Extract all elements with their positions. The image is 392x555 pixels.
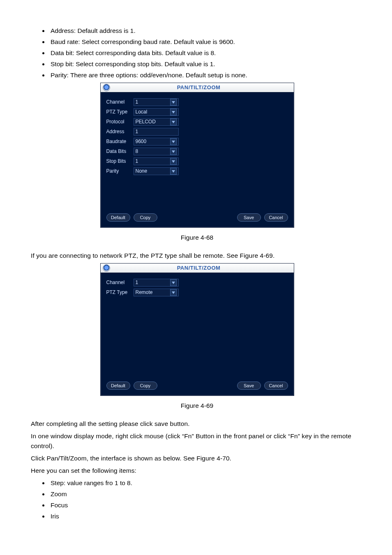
chevron-down-icon [170, 138, 177, 145]
baudrate-select[interactable]: 9600 [134, 138, 179, 146]
paragraph: Click Pan/Tilt/Zoom, the interface is sh… [31, 453, 363, 463]
dialog-titlebar: PAN/TILT/ZOOM [101, 83, 294, 92]
list-item: Stop bit: Select corresponding stop bits… [49, 59, 363, 69]
bottom-bullet-list: Step: value ranges fro 1 to 8. Zoom Focu… [31, 478, 363, 521]
protocol-label: Protocol [106, 118, 134, 126]
cancel-button[interactable]: Cancel [264, 382, 288, 390]
chevron-down-icon [170, 118, 177, 125]
list-item: Iris [49, 511, 363, 521]
paragraph: After completing all the setting please … [31, 419, 363, 429]
paragraph: Here you can set the following items: [31, 466, 363, 476]
list-item: Step: value ranges fro 1 to 8. [49, 478, 363, 488]
ptz-icon [103, 264, 110, 272]
chevron-down-icon [170, 289, 177, 296]
paragraph: In one window display mode, right click … [31, 431, 363, 451]
ptztype-label: PTZ Type [106, 289, 134, 296]
svg-marker-6 [172, 170, 175, 173]
list-item: Zoom [49, 489, 363, 499]
channel-select[interactable]: 1 [134, 98, 179, 106]
cancel-button[interactable]: Cancel [264, 213, 288, 222]
svg-marker-7 [172, 282, 175, 284]
baudrate-label: Baudrate [106, 138, 134, 146]
list-item: Address: Default address is 1. [49, 26, 363, 36]
databits-label: Data Bits [106, 148, 134, 155]
ptz-icon [103, 84, 110, 91]
stopbits-select[interactable]: 1 [134, 157, 179, 165]
chevron-down-icon [170, 279, 177, 286]
default-button[interactable]: Default [106, 382, 130, 390]
chevron-down-icon [170, 158, 177, 165]
chevron-down-icon [170, 148, 177, 155]
svg-marker-8 [172, 291, 175, 294]
parity-label: Parity [106, 167, 134, 175]
document-page: Address: Default address is 1. Baud rate… [0, 0, 392, 555]
chevron-down-icon [170, 168, 177, 175]
dialog-title-text: PAN/TILT/ZOOM [112, 83, 294, 92]
protocol-select[interactable]: PELCOD [134, 118, 179, 126]
dialog-titlebar: PAN/TILT/ZOOM [101, 264, 294, 273]
list-item: Baud rate: Select corresponding baud rat… [49, 37, 363, 47]
copy-button[interactable]: Copy [134, 213, 157, 222]
save-button[interactable]: Save [237, 382, 261, 390]
dialog-title-text: PAN/TILT/ZOOM [112, 264, 294, 272]
databits-select[interactable]: 8 [134, 148, 179, 155]
svg-marker-0 [172, 101, 175, 104]
channel-select[interactable]: 1 [134, 279, 179, 287]
dialog-body: Channel 1 PTZ Type Remote [101, 273, 294, 379]
dialog-body: Channel 1 PTZ Type Local Protocol PELCOD [101, 92, 294, 211]
svg-marker-5 [172, 160, 175, 163]
ptz-dialog-remote: PAN/TILT/ZOOM Channel 1 PTZ Type Remote … [100, 263, 294, 396]
svg-marker-3 [172, 141, 175, 143]
channel-label: Channel [106, 98, 134, 106]
ptztype-select[interactable]: Remote [134, 289, 179, 296]
figure-caption-2: Figure 4-69 [31, 401, 363, 411]
parity-select[interactable]: None [134, 167, 179, 175]
ptztype-label: PTZ Type [106, 108, 134, 116]
address-field[interactable]: 1 [134, 128, 179, 136]
mid-paragraph: If you are connecting to network PTZ, th… [31, 251, 363, 261]
stopbits-label: Stop Bits [106, 157, 134, 165]
svg-marker-4 [172, 150, 175, 153]
list-item: Focus [49, 500, 363, 510]
default-button[interactable]: Default [106, 213, 130, 222]
list-item: Data bit: Select corresponding data bits… [49, 48, 363, 58]
chevron-down-icon [170, 99, 177, 106]
figure-caption-1: Figure 4-68 [31, 233, 363, 243]
dialog-footer: Default Copy Save Cancel [101, 379, 294, 395]
list-item: Parity: There are three options: odd/eve… [49, 70, 363, 80]
copy-button[interactable]: Copy [134, 382, 157, 390]
channel-label: Channel [106, 279, 134, 287]
ptz-dialog-local: PAN/TILT/ZOOM Channel 1 PTZ Type Local P… [100, 83, 294, 228]
svg-marker-1 [172, 111, 175, 113]
ptztype-select[interactable]: Local [134, 108, 179, 116]
dialog-footer: Default Copy Save Cancel [101, 211, 294, 227]
chevron-down-icon [170, 109, 177, 116]
svg-marker-2 [172, 121, 175, 123]
address-label: Address [106, 128, 134, 136]
save-button[interactable]: Save [237, 213, 261, 222]
top-bullet-list: Address: Default address is 1. Baud rate… [31, 26, 363, 80]
